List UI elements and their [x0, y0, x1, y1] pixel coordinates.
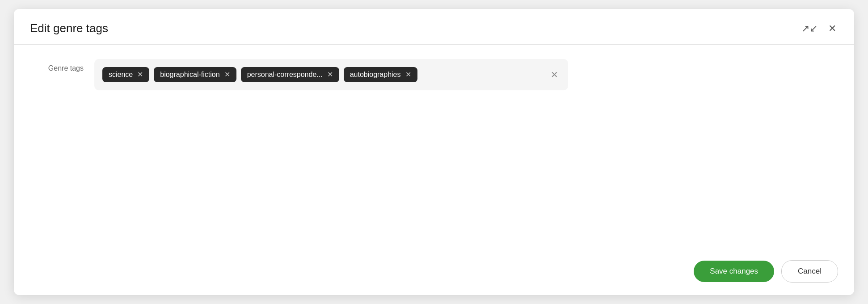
dialog-body: Genre tags science ✕ biographical-fictio… — [14, 45, 854, 251]
tag-autobiographies-label: autobiographies — [350, 71, 401, 79]
close-button[interactable]: ✕ — [826, 22, 838, 35]
save-changes-button[interactable]: Save changes — [694, 261, 774, 282]
dialog-footer: Save changes Cancel — [14, 251, 854, 295]
dialog-title: Edit genre tags — [30, 21, 108, 35]
tag-personal-corresponde-label: personal-corresponde... — [247, 71, 323, 79]
edit-genre-tags-dialog: Edit genre tags ↗↙ ✕ Genre tags science … — [14, 9, 854, 295]
genre-tags-field-row: Genre tags science ✕ biographical-fictio… — [30, 59, 838, 90]
tag-personal-corresponde: personal-corresponde... ✕ — [241, 67, 339, 82]
expand-icon: ↗↙ — [801, 24, 817, 34]
tag-biographical-fiction-label: biographical-fiction — [160, 71, 219, 79]
tag-autobiographies: autobiographies ✕ — [344, 67, 417, 82]
tag-science-remove-button[interactable]: ✕ — [137, 71, 143, 78]
tags-clear-all-button[interactable]: ✕ — [549, 68, 560, 82]
genre-tags-label: Genre tags — [30, 59, 84, 72]
tag-science-label: science — [109, 71, 133, 79]
cancel-button[interactable]: Cancel — [781, 260, 838, 283]
dialog-header: Edit genre tags ↗↙ ✕ — [14, 9, 854, 45]
tag-autobiographies-remove-button[interactable]: ✕ — [405, 71, 411, 78]
header-actions: ↗↙ ✕ — [800, 22, 838, 35]
tags-container[interactable]: science ✕ biographical-fiction ✕ persona… — [94, 59, 568, 90]
tag-personal-corresponde-remove-button[interactable]: ✕ — [327, 71, 333, 78]
tag-biographical-fiction: biographical-fiction ✕ — [154, 67, 236, 82]
close-icon: ✕ — [828, 24, 836, 34]
tag-science: science ✕ — [102, 67, 149, 82]
tag-biographical-fiction-remove-button[interactable]: ✕ — [224, 71, 230, 78]
expand-button[interactable]: ↗↙ — [800, 22, 819, 35]
